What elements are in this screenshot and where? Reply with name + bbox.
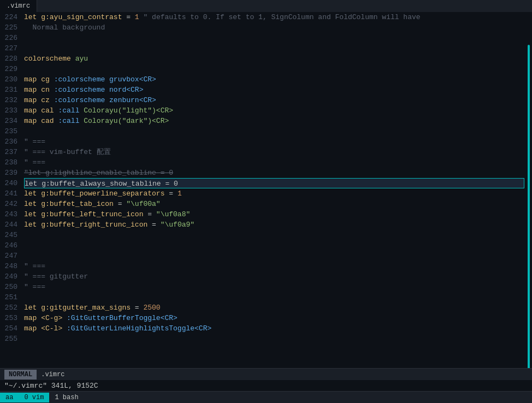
line-number: 227: [0, 43, 17, 54]
line-number: 230: [0, 74, 17, 85]
line-number: 232: [0, 95, 17, 105]
code-line: let g:buffet_right_trunc_icon = "\uf0a9": [24, 220, 525, 230]
code-line: " ===: [24, 137, 525, 147]
code-line: let g:buffet_tab_icon = "\uf00a": [24, 199, 525, 209]
line-number: 240: [0, 178, 17, 188]
line-number: 234: [0, 116, 17, 126]
file-info-text: "~/.vimrc" 341L, 9152C: [4, 382, 98, 390]
code-line: [24, 43, 525, 54]
line-number: 231: [0, 85, 17, 95]
code-line: let g:buffet_always_show_tabline = 0: [24, 178, 524, 188]
code-line: map cz :colorscheme zenburn<CR>: [24, 95, 525, 105]
scrollbar[interactable]: [525, 12, 532, 368]
line-number: 224: [0, 12, 17, 22]
tab-label: .vimrc: [7, 2, 30, 10]
line-number: 241: [0, 188, 17, 199]
tmux-prefix: aa: [5, 394, 13, 401]
line-number: 237: [0, 147, 17, 157]
tmux-tab-0-num: 0 vim: [24, 394, 44, 401]
tmux-tab-0-vim[interactable]: 0 vim: [19, 393, 49, 402]
code-area[interactable]: let g:ayu_sign_contrast = 1 " defaults t…: [22, 12, 525, 368]
code-line: map cg :colorscheme gruvbox<CR>: [24, 74, 525, 85]
code-line: map cal :call Colorayu("light")<CR>: [24, 105, 525, 116]
code-line: map cad :call Colorayu("dark")<CR>: [24, 116, 525, 126]
line-number: 254: [0, 323, 17, 334]
tmux-tab-aa[interactable]: aa: [0, 393, 19, 402]
line-number: 252: [0, 303, 17, 313]
tmux-bar: aa 0 vim 1 bash: [0, 391, 532, 403]
code-line: [24, 64, 525, 74]
tmux-tab-1-num: 1 bash: [55, 394, 78, 401]
line-number: 228: [0, 54, 17, 64]
code-line: let g:ayu_sign_contrast = 1 " defaults t…: [24, 12, 525, 22]
line-number: 226: [0, 33, 17, 43]
line-number: 255: [0, 334, 17, 344]
editor-area: 2242252262272282292302312322332342352362…: [0, 12, 532, 368]
code-line: [24, 240, 525, 251]
line-number: 242: [0, 199, 17, 209]
code-line: [24, 33, 525, 43]
code-line: " ===: [24, 157, 525, 168]
code-line: " === vim-buffet 配置: [24, 147, 525, 157]
line-number: 251: [0, 292, 17, 303]
line-number: 250: [0, 282, 17, 292]
line-number: 248: [0, 261, 17, 271]
code-line: [24, 292, 525, 303]
code-line: [24, 126, 525, 137]
line-number: 233: [0, 105, 17, 116]
line-number: 249: [0, 271, 17, 282]
code-line: map <C-g> :GitGutterBufferToggle<CR>: [24, 313, 525, 323]
code-line: colorscheme ayu: [24, 54, 525, 64]
line-number: 245: [0, 230, 17, 240]
line-number: 247: [0, 251, 17, 261]
code-line: let g:buffet_powerline_separators = 1: [24, 188, 525, 199]
code-line: let g:buffet_left_trunc_icon = "\uf0a8": [24, 209, 525, 220]
line-number: 244: [0, 220, 17, 230]
code-line: " ===: [24, 261, 525, 271]
code-line: [24, 251, 525, 261]
code-line: [24, 230, 525, 240]
code-line: Normal background: [24, 22, 525, 33]
status-filename: .vimrc: [41, 371, 64, 378]
code-line: " ===: [24, 282, 525, 292]
code-line: let g:gitgutter_max_signs = 2500: [24, 303, 525, 313]
tab-bar: .vimrc: [0, 0, 532, 12]
line-numbers: 2242252262272282292302312322332342352362…: [0, 12, 22, 368]
line-number: 243: [0, 209, 17, 220]
code-line: [24, 334, 525, 344]
code-line: map <C-l> :GitGutterLineHighlightsToggle…: [24, 323, 525, 334]
line-number: 229: [0, 64, 17, 74]
status-bar: NORMAL .vimrc: [0, 368, 532, 380]
tmux-tab-1-bash[interactable]: 1 bash: [49, 393, 84, 402]
file-info-bar: "~/.vimrc" 341L, 9152C: [0, 380, 532, 391]
line-number: 238: [0, 157, 17, 168]
line-number: 236: [0, 137, 17, 147]
line-number: 225: [0, 22, 17, 33]
code-line: " === gitgutter: [24, 271, 525, 282]
line-number: 239: [0, 168, 17, 178]
line-number: 235: [0, 126, 17, 137]
code-line: map cn :colorscheme nord<CR>: [24, 85, 525, 95]
line-number: 253: [0, 313, 17, 323]
line-number: 246: [0, 240, 17, 251]
mode-badge: NORMAL: [4, 370, 37, 380]
tab-vimrc[interactable]: .vimrc: [0, 0, 37, 12]
scrollbar-thumb[interactable]: [528, 45, 530, 368]
code-line: "let g:lightline_enable_tabline = 0: [24, 168, 525, 178]
